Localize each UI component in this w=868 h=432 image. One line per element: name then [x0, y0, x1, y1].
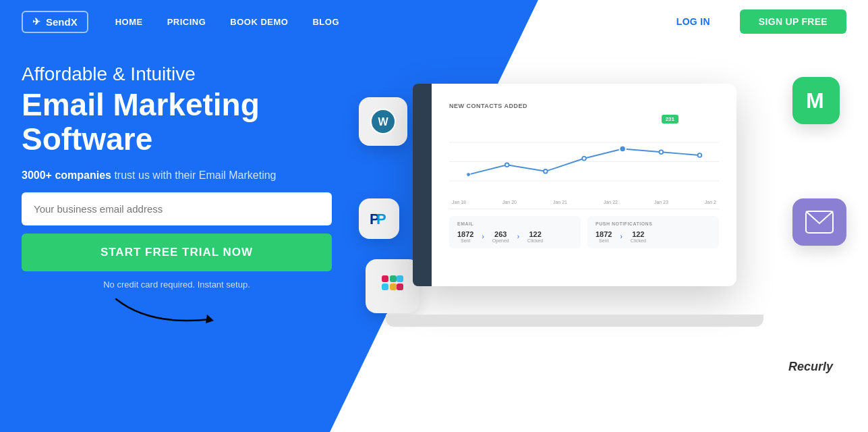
email-stat-card: EMAIL 1872 Sent › 263 Opened: [449, 216, 581, 248]
trust-count: 3000+ companies: [22, 169, 111, 181]
date-4: Jan 22: [604, 200, 618, 205]
svg-point-22: [659, 150, 663, 154]
chart-area: 231: [449, 115, 719, 209]
push-sent-value: 1872: [596, 230, 612, 238]
svg-text:P: P: [376, 211, 386, 227]
email-sent-label: Sent: [457, 238, 473, 243]
arrow-1: ›: [482, 233, 484, 240]
arrow-2: ›: [517, 233, 519, 240]
chart-value: 231: [662, 115, 678, 124]
chart-title: NEW CONTACTS ADDED: [449, 103, 719, 109]
email-sent: 1872 Sent: [457, 230, 473, 243]
arrow-icon: [109, 292, 217, 326]
dashboard-content: NEW CONTACTS ADDED 231: [441, 93, 727, 258]
start-trial-button[interactable]: START FREE TRIAL NOW: [22, 234, 332, 271]
envelope-icon: [792, 198, 846, 246]
headline-line2: Software: [22, 122, 152, 157]
dashboard-screen: NEW CONTACTS ADDED 231: [413, 84, 736, 286]
email-clicked: 122 Clicked: [527, 230, 543, 243]
nav-pricing[interactable]: PRICING: [167, 17, 206, 27]
push-sent: 1872 Sent: [596, 230, 612, 243]
email-card-label: EMAIL: [457, 221, 573, 226]
chart-svg: [449, 115, 719, 196]
svg-marker-0: [206, 315, 214, 323]
hero-subtitle: Affordable & Intuitive: [22, 63, 359, 85]
hero-left: Affordable & Intuitive Email Marketing S…: [22, 63, 359, 326]
hero-headline: Email Marketing Software: [22, 88, 359, 156]
svg-point-17: [467, 173, 471, 177]
header-actions: LOG IN SIGN UP FREE: [655, 9, 846, 34]
nav-book-demo[interactable]: BOOK DEMO: [230, 17, 288, 27]
date-5: Jan 23: [654, 200, 668, 205]
stats-row: EMAIL 1872 Sent › 263 Opened: [449, 216, 719, 248]
push-clicked-label: Clicked: [631, 238, 646, 243]
no-cc-text: No credit card required. Instant setup.: [22, 279, 332, 290]
svg-point-23: [698, 153, 702, 157]
push-stat-card: PUSH NOTIFICATIONS 1872 Sent › 122 Click…: [587, 216, 719, 248]
main-nav: HOME PRICING BOOK DEMO BLOG: [115, 17, 339, 27]
signup-button[interactable]: SIGN UP FREE: [740, 9, 846, 34]
arrow-3: ›: [620, 233, 622, 240]
hero-right: W P P M: [345, 63, 846, 414]
push-stats: 1872 Sent › 122 Clicked: [596, 230, 711, 243]
arrow-decoration: [22, 292, 332, 326]
notion-icon: M: [792, 77, 840, 124]
svg-text:M: M: [806, 88, 824, 113]
chart-dates: Jan 18 Jan 20 Jan 21 Jan 22 Jan 23 Jan 2: [449, 200, 719, 205]
headline-line1: Email Marketing: [22, 87, 260, 122]
laptop-base: [386, 315, 763, 327]
email-opened-label: Opened: [492, 238, 509, 243]
email-input[interactable]: [22, 192, 332, 225]
logo-button[interactable]: ✈ SendX: [22, 11, 88, 33]
svg-point-21: [619, 146, 626, 153]
trust-suffix: trust us with their Email Marketing: [111, 169, 277, 181]
nav-blog[interactable]: BLOG: [312, 17, 339, 27]
laptop-mockup: NEW CONTACTS ADDED 231: [386, 84, 763, 327]
main-content: Affordable & Intuitive Email Marketing S…: [0, 43, 868, 414]
email-stats: 1872 Sent › 263 Opened › 122: [457, 230, 573, 243]
date-3: Jan 21: [553, 200, 567, 205]
logo-icon: ✈: [32, 16, 40, 27]
nav-home[interactable]: HOME: [115, 17, 143, 27]
brand-name: SendX: [46, 16, 78, 28]
push-clicked: 122 Clicked: [631, 230, 646, 243]
push-sent-label: Sent: [596, 238, 612, 243]
header: ✈ SendX HOME PRICING BOOK DEMO BLOG LOG …: [0, 0, 868, 43]
date-2: Jan 20: [502, 200, 517, 205]
email-clicked-value: 122: [527, 230, 543, 238]
email-opened-value: 263: [492, 230, 509, 238]
email-sent-value: 1872: [457, 230, 473, 238]
svg-point-20: [582, 157, 586, 161]
recurly-badge: Recurly: [788, 360, 833, 374]
push-clicked-value: 122: [631, 230, 646, 238]
date-6: Jan 2: [705, 200, 716, 205]
email-opened: 263 Opened: [492, 230, 509, 243]
dashboard-sidebar: [413, 84, 432, 286]
trust-text: 3000+ companies trust us with their Emai…: [22, 169, 359, 182]
push-card-label: PUSH NOTIFICATIONS: [596, 221, 711, 226]
date-1: Jan 18: [452, 200, 466, 205]
svg-point-19: [544, 169, 548, 173]
email-clicked-label: Clicked: [527, 238, 543, 243]
login-button[interactable]: LOG IN: [655, 9, 732, 34]
svg-point-18: [505, 163, 509, 167]
